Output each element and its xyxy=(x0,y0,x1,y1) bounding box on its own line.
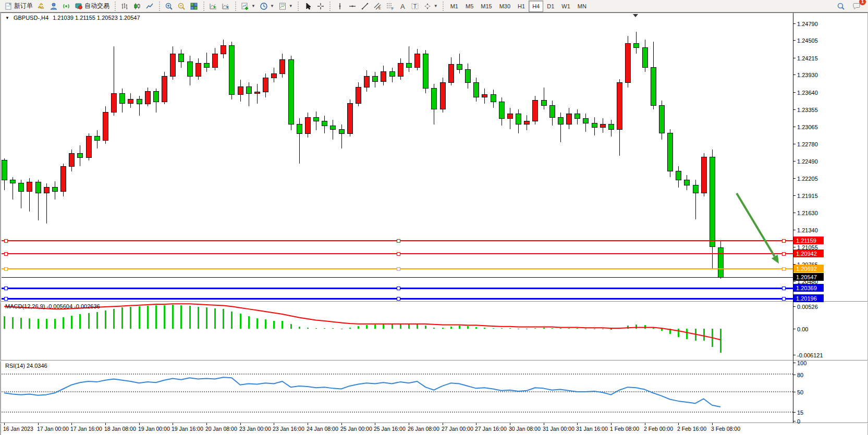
candle-bullish[interactable] xyxy=(356,88,361,104)
candle-bearish[interactable] xyxy=(10,180,15,183)
candle-bullish[interactable] xyxy=(170,54,175,77)
arrows-button[interactable]: ▼ xyxy=(421,1,440,12)
hline-handle[interactable] xyxy=(782,267,785,270)
hline-handle[interactable] xyxy=(4,239,7,242)
notifications-button[interactable]: 1 xyxy=(850,1,863,12)
bar-chart-button[interactable] xyxy=(118,1,131,12)
hline-handle[interactable] xyxy=(782,297,785,300)
pane-separator[interactable] xyxy=(0,360,868,361)
candle-bearish[interactable] xyxy=(457,65,462,69)
dropdown-caret-icon[interactable]: ▼ xyxy=(270,4,274,8)
fibonacci-button[interactable]: F xyxy=(384,1,396,12)
dropdown-caret-icon[interactable]: ▼ xyxy=(251,4,255,8)
zoom-out-button[interactable] xyxy=(175,1,188,12)
candle-bullish[interactable] xyxy=(507,114,512,118)
candle-bearish[interactable] xyxy=(229,45,234,94)
candle-bearish[interactable] xyxy=(592,123,597,128)
new-chart-button[interactable]: ▼ xyxy=(239,1,258,12)
candle-bearish[interactable] xyxy=(119,93,125,104)
candle-bullish[interactable] xyxy=(524,121,529,125)
timeframe-button-mn[interactable]: MN xyxy=(574,1,590,12)
signals-button[interactable] xyxy=(60,1,72,12)
candle-bullish[interactable] xyxy=(701,157,706,193)
hline-handle[interactable] xyxy=(4,287,7,290)
candle-bullish[interactable] xyxy=(448,65,454,82)
candle-bullish[interactable] xyxy=(263,78,268,92)
pane-separator[interactable] xyxy=(0,422,868,423)
candle-bearish[interactable] xyxy=(549,105,555,117)
candle-bullish[interactable] xyxy=(414,54,420,67)
candle-bearish[interactable] xyxy=(137,100,142,104)
candle-bearish[interactable] xyxy=(710,157,715,247)
candle-bearish[interactable] xyxy=(339,129,344,133)
timeframe-button-h1[interactable]: H1 xyxy=(514,1,529,12)
hline-handle[interactable] xyxy=(397,252,400,255)
candle-bearish[interactable] xyxy=(406,64,411,68)
candle-bullish[interactable] xyxy=(600,125,605,128)
candle-bearish[interactable] xyxy=(608,125,614,129)
candle-bearish[interactable] xyxy=(178,54,184,61)
timeframe-button-m1[interactable]: M1 xyxy=(447,1,462,12)
dropdown-caret-icon[interactable]: ▼ xyxy=(434,4,438,8)
candle-bullish[interactable] xyxy=(482,94,487,97)
candle-bullish[interactable] xyxy=(398,64,403,77)
candle-bearish[interactable] xyxy=(633,44,639,48)
candle-bearish[interactable] xyxy=(204,64,209,68)
candle-bearish[interactable] xyxy=(499,102,504,118)
chart-collapse-icon[interactable]: ▼ xyxy=(5,16,9,20)
chart-shift-button[interactable] xyxy=(219,1,232,12)
candle-bullish[interactable] xyxy=(238,86,243,94)
hline-handle[interactable] xyxy=(397,297,400,300)
hline-handle[interactable] xyxy=(782,252,785,255)
candle-bullish[interactable] xyxy=(254,92,260,93)
candle-bearish[interactable] xyxy=(718,248,723,278)
candle-bearish[interactable] xyxy=(423,54,428,89)
chart-area[interactable]: 1.247901.245051.242151.239301.236401.233… xyxy=(0,0,868,435)
deposit-button[interactable] xyxy=(35,1,47,12)
text-button[interactable]: A xyxy=(396,1,409,12)
candle-bearish[interactable] xyxy=(651,68,656,105)
candle-bearish[interactable] xyxy=(313,117,319,121)
search-button[interactable] xyxy=(835,1,847,12)
candle-bullish[interactable] xyxy=(60,166,66,191)
candle-bearish[interactable] xyxy=(322,121,327,126)
candle-bearish[interactable] xyxy=(465,69,470,82)
candle-bearish[interactable] xyxy=(297,125,302,133)
candle-bearish[interactable] xyxy=(667,133,673,171)
candle-bullish[interactable] xyxy=(566,114,571,125)
crosshair-button[interactable] xyxy=(314,1,327,12)
timeframe-button-d1[interactable]: D1 xyxy=(543,1,558,12)
candle-bullish[interactable] xyxy=(440,82,445,109)
pane-separator[interactable] xyxy=(0,301,868,302)
hline-handle[interactable] xyxy=(397,239,400,242)
vline-button[interactable] xyxy=(334,1,346,12)
candle-bearish[interactable] xyxy=(516,114,521,125)
candle-bearish[interactable] xyxy=(574,114,580,118)
candle-bearish[interactable] xyxy=(473,82,479,97)
candle-bearish[interactable] xyxy=(2,160,7,180)
hline-handle[interactable] xyxy=(4,252,7,255)
hline-handle[interactable] xyxy=(397,287,400,290)
candle-chart-button[interactable] xyxy=(131,1,143,12)
candle-bearish[interactable] xyxy=(431,89,436,109)
candle-bullish[interactable] xyxy=(86,136,91,157)
candle-bullish[interactable] xyxy=(145,92,150,104)
dropdown-caret-icon[interactable]: ▼ xyxy=(289,4,293,8)
candle-bearish[interactable] xyxy=(389,72,395,77)
candle-bullish[interactable] xyxy=(162,77,167,102)
candle-bearish[interactable] xyxy=(583,118,588,123)
candle-bearish[interactable] xyxy=(372,77,377,81)
candle-bearish[interactable] xyxy=(541,101,546,105)
community-button[interactable] xyxy=(47,1,60,12)
timeframe-button-m5[interactable]: M5 xyxy=(462,1,477,12)
hline-handle[interactable] xyxy=(782,239,785,242)
candle-bearish[interactable] xyxy=(330,126,335,129)
trendline-button[interactable] xyxy=(359,1,371,12)
hline-handle[interactable] xyxy=(4,297,7,300)
timeframe-button-h4[interactable]: H4 xyxy=(529,1,543,12)
hline-handle[interactable] xyxy=(397,267,400,270)
tile-windows-button[interactable] xyxy=(188,1,200,12)
candle-bullish[interactable] xyxy=(625,44,630,83)
hline-button[interactable] xyxy=(346,1,359,12)
hline-handle[interactable] xyxy=(4,267,7,270)
